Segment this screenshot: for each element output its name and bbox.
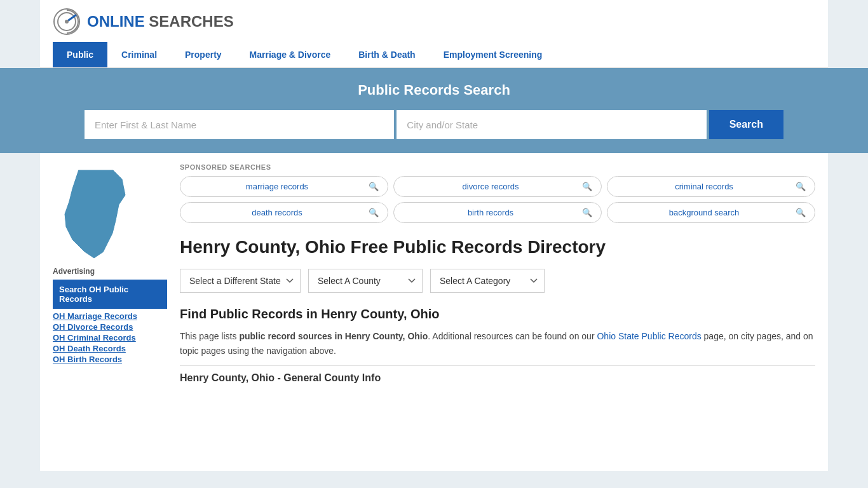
sidebar-link-criminal[interactable]: OH Criminal Records — [53, 333, 167, 342]
sidebar: Advertising Search OH Public Records OH … — [53, 163, 167, 461]
sponsored-tag-criminal[interactable]: criminal records 🔍 — [607, 176, 815, 197]
nav-property[interactable]: Property — [171, 42, 236, 67]
search-icon-birth: 🔍 — [582, 208, 592, 217]
county-info-title: Henry County, Ohio - General County Info — [180, 372, 815, 384]
find-title: Find Public Records in Henry County, Ohi… — [180, 307, 815, 322]
sponsored-link-criminal[interactable]: criminal records — [616, 182, 792, 191]
sidebar-link-birth[interactable]: OH Birth Records — [53, 355, 167, 364]
search-button[interactable]: Search — [709, 110, 783, 139]
hero-section: Public Records Search Search — [0, 68, 868, 153]
sidebar-link-divorce[interactable]: OH Divorce Records — [53, 322, 167, 332]
county-dropdown[interactable]: Select A County — [308, 269, 423, 293]
nav-public[interactable]: Public — [53, 42, 107, 67]
sidebar-link-death[interactable]: OH Death Records — [53, 344, 167, 353]
sponsored-link-death[interactable]: death records — [189, 208, 365, 217]
logo-area: ONLINE SEARCHES — [53, 8, 815, 36]
right-column: SPONSORED SEARCHES marriage records 🔍 di… — [180, 163, 815, 461]
sponsored-link-divorce[interactable]: divorce records — [403, 182, 578, 191]
sponsored-label: SPONSORED SEARCHES — [180, 163, 815, 171]
search-icon-criminal: 🔍 — [796, 182, 806, 191]
desc-part2: . Additional resources can be found on o… — [428, 331, 597, 341]
category-dropdown[interactable]: Select A Category — [430, 269, 545, 293]
section-divider — [180, 365, 815, 366]
sponsored-link-marriage[interactable]: marriage records — [189, 182, 365, 191]
desc-link[interactable]: Ohio State Public Records — [597, 331, 701, 341]
sponsored-tag-divorce[interactable]: divorce records 🔍 — [393, 176, 602, 197]
name-input[interactable] — [85, 110, 394, 139]
nav-birth-death[interactable]: Birth & Death — [344, 42, 429, 67]
logo-searches: SEARCHES — [149, 13, 233, 30]
sidebar-featured-link[interactable]: Search OH Public Records — [53, 280, 167, 309]
logo-online: ONLINE — [87, 13, 145, 30]
location-input[interactable] — [397, 110, 706, 139]
search-icon-divorce: 🔍 — [582, 182, 592, 191]
header: ONLINE SEARCHES Public Criminal Property… — [40, 0, 828, 68]
dropdowns-row: Select a Different State Select A County… — [180, 269, 815, 293]
sponsored-link-birth[interactable]: birth records — [403, 208, 578, 217]
sponsored-tag-marriage[interactable]: marriage records 🔍 — [180, 176, 388, 197]
sponsored-grid: marriage records 🔍 divorce records 🔍 cri… — [180, 176, 815, 223]
search-icon-death: 🔍 — [369, 208, 379, 217]
sidebar-link-marriage[interactable]: OH Marriage Records — [53, 311, 167, 321]
search-icon-background: 🔍 — [796, 208, 806, 217]
find-description: This page lists public record sources in… — [180, 329, 815, 358]
page-title: Henry County, Ohio Free Public Records D… — [180, 236, 815, 259]
logo-icon — [53, 8, 81, 36]
nav-criminal[interactable]: Criminal — [107, 42, 171, 67]
nav-employment[interactable]: Employment Screening — [430, 42, 557, 67]
sponsored-link-background[interactable]: background search — [616, 208, 792, 217]
sponsored-tag-birth[interactable]: birth records 🔍 — [393, 202, 602, 223]
search-bar: Search — [85, 110, 783, 139]
search-icon-marriage: 🔍 — [369, 182, 379, 191]
sidebar-ad-label: Advertising — [53, 267, 167, 276]
state-dropdown[interactable]: Select a Different State — [180, 269, 301, 293]
svg-point-2 — [65, 20, 69, 24]
ohio-map — [53, 163, 142, 265]
desc-part1: This page lists — [180, 331, 239, 341]
main-content: Advertising Search OH Public Records OH … — [40, 153, 828, 471]
sponsored-tag-background[interactable]: background search 🔍 — [607, 202, 815, 223]
sponsored-tag-death[interactable]: death records 🔍 — [180, 202, 388, 223]
nav-marriage-divorce[interactable]: Marriage & Divorce — [236, 42, 345, 67]
logo-text: ONLINE SEARCHES — [87, 13, 234, 30]
desc-bold: public record sources in Henry County, O… — [239, 331, 428, 341]
hero-title: Public Records Search — [53, 82, 815, 98]
main-nav: Public Criminal Property Marriage & Divo… — [53, 42, 815, 67]
